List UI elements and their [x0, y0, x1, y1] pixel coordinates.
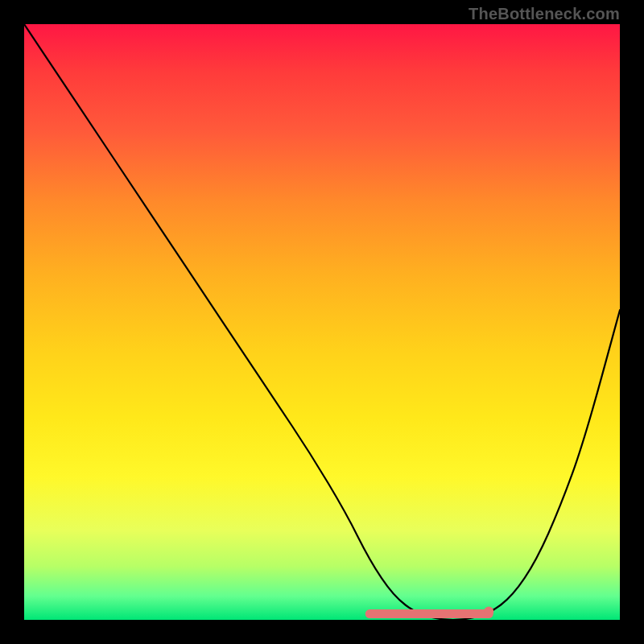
- plot-area: [24, 24, 620, 620]
- bottleneck-curve: [24, 24, 620, 620]
- watermark-text: TheBottleneck.com: [469, 5, 620, 23]
- chart-svg: [24, 24, 620, 620]
- sweet-spot-end-dot: [484, 607, 493, 617]
- chart-frame: TheBottleneck.com: [0, 0, 644, 644]
